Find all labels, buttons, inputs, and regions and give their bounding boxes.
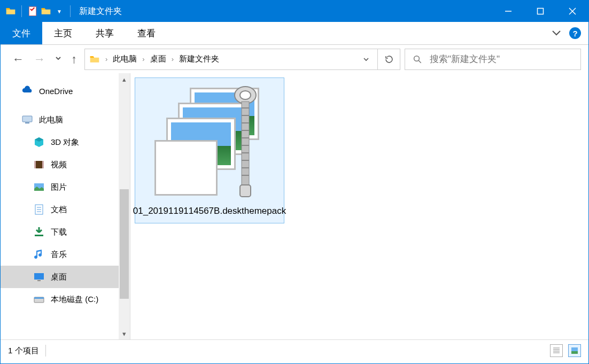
chevron-right-icon[interactable]: › <box>142 55 144 63</box>
tab-view[interactable]: 查看 <box>126 22 167 44</box>
sidebar-item-label: 此电脑 <box>39 115 63 125</box>
svg-point-23 <box>240 91 251 99</box>
sidebar-item-label: 本地磁盘 (C:) <box>51 295 98 305</box>
up-button[interactable]: ↑ <box>71 52 77 66</box>
close-button[interactable] <box>556 1 588 22</box>
details-view-button[interactable] <box>550 344 563 357</box>
status-text: 1 个项目 <box>8 346 39 356</box>
nav-buttons: ← → ↑ <box>8 52 80 66</box>
svg-rect-35 <box>240 185 251 197</box>
svg-rect-0 <box>29 7 36 16</box>
3d-icon <box>33 136 45 149</box>
pictures-icon <box>33 181 45 193</box>
sidebar-item-3d[interactable]: 3D 对象 <box>1 131 119 153</box>
minimize-button[interactable] <box>492 1 524 22</box>
address-bar[interactable]: › 此电脑 › 桌面 › 新建文件夹 <box>84 49 400 70</box>
tab-share[interactable]: 共享 <box>84 22 126 44</box>
sidebar-item-label: OneDrive <box>39 87 73 96</box>
file-tab[interactable]: 文件 <box>1 22 42 44</box>
search-box[interactable] <box>405 49 581 70</box>
sidebar-item-label: 3D 对象 <box>51 137 79 148</box>
chevron-right-icon[interactable]: › <box>172 55 174 63</box>
svg-rect-10 <box>34 161 36 168</box>
svg-line-6 <box>418 60 421 63</box>
file-name: 01_2019119114567B.deskthemepack <box>133 205 286 218</box>
file-list[interactable]: 01_2019119114567B.deskthemepack <box>130 73 588 339</box>
documents-icon <box>33 203 45 216</box>
refresh-button[interactable] <box>377 49 400 69</box>
music-icon <box>33 248 45 261</box>
scroll-down-icon[interactable]: ▾ <box>119 328 130 339</box>
pc-icon <box>21 113 34 126</box>
sidebar-item-video[interactable]: 视频 <box>1 153 119 176</box>
back-button[interactable]: ← <box>12 52 24 66</box>
sidebar-scrollbar[interactable]: ▴ ▾ <box>119 73 130 339</box>
file-item[interactable]: 01_2019119114567B.deskthemepack <box>135 78 284 223</box>
help-icon[interactable]: ? <box>569 27 581 39</box>
disk-icon <box>33 293 45 306</box>
window-title: 新建文件夹 <box>79 6 122 17</box>
downloads-icon <box>33 226 45 238</box>
status-bar: 1 个项目 <box>1 340 588 361</box>
divider <box>45 345 46 357</box>
themepack-icon <box>147 83 273 201</box>
address-dropdown-icon[interactable] <box>355 49 377 69</box>
svg-rect-41 <box>571 351 578 354</box>
sidebar-item-onedrive[interactable]: OneDrive <box>1 80 119 102</box>
svg-rect-24 <box>242 102 249 187</box>
sidebar-item-downloads[interactable]: 下载 <box>1 221 119 243</box>
svg-rect-11 <box>42 161 44 168</box>
forward-button[interactable]: → <box>34 52 45 66</box>
svg-rect-7 <box>22 116 32 122</box>
history-dropdown-icon[interactable] <box>55 55 61 63</box>
navigation-pane: OneDrive此电脑3D 对象视频图片文档下载音乐桌面本地磁盘 (C:) ▴ … <box>1 73 130 339</box>
sidebar-item-music[interactable]: 音乐 <box>1 243 119 266</box>
breadcrumb[interactable]: 桌面 <box>150 54 166 64</box>
sidebar-item-pictures[interactable]: 图片 <box>1 176 119 198</box>
scrollbar-thumb[interactable] <box>120 189 129 299</box>
search-input[interactable] <box>430 54 580 65</box>
sidebar-item-label: 下载 <box>51 227 67 237</box>
ribbon-expand-icon[interactable] <box>551 27 562 40</box>
sidebar-item-label: 文档 <box>51 205 67 215</box>
qat-dropdown-icon[interactable]: ▼ <box>53 5 65 17</box>
sidebar-item-pc[interactable]: 此电脑 <box>1 109 119 131</box>
sidebar-item-desktop[interactable]: 桌面 <box>1 266 119 288</box>
chevron-right-icon[interactable]: › <box>105 55 107 63</box>
onedrive-icon <box>21 84 34 97</box>
svg-point-5 <box>414 56 420 61</box>
content: OneDrive此电脑3D 对象视频图片文档下载音乐桌面本地磁盘 (C:) ▴ … <box>1 73 588 340</box>
window-controls <box>492 1 588 22</box>
breadcrumb[interactable]: 新建文件夹 <box>179 54 219 64</box>
sidebar-item-label: 桌面 <box>51 272 67 282</box>
maximize-button[interactable] <box>524 1 556 22</box>
divider <box>70 5 71 17</box>
video-icon <box>33 158 45 171</box>
search-icon <box>413 54 422 65</box>
navigation-toolbar: ← → ↑ › 此电脑 › 桌面 › 新建文件夹 <box>1 45 588 73</box>
breadcrumb[interactable]: 此电脑 <box>113 54 137 64</box>
sidebar-item-label: 音乐 <box>51 250 67 260</box>
tab-home[interactable]: 主页 <box>42 22 84 44</box>
svg-rect-21 <box>34 297 44 299</box>
sidebar-item-disk[interactable]: 本地磁盘 (C:) <box>1 288 119 311</box>
divider <box>21 5 22 17</box>
large-icons-view-button[interactable] <box>568 344 581 357</box>
quick-access-toolbar: ▼ <box>1 5 74 17</box>
sidebar-item-label: 图片 <box>51 182 67 192</box>
svg-rect-17 <box>35 235 43 236</box>
svg-rect-18 <box>34 273 44 280</box>
scroll-up-icon[interactable]: ▴ <box>119 73 130 85</box>
new-folder-icon[interactable] <box>40 5 52 17</box>
properties-icon[interactable] <box>27 5 38 17</box>
svg-rect-2 <box>538 9 544 14</box>
app-icon <box>5 5 17 17</box>
sidebar-item-documents[interactable]: 文档 <box>1 198 119 221</box>
scrollbar-track[interactable] <box>119 85 130 328</box>
svg-rect-19 <box>37 280 41 281</box>
titlebar: ▼ 新建文件夹 <box>1 1 588 22</box>
svg-rect-8 <box>25 122 29 123</box>
sidebar-item-label: 视频 <box>51 160 67 170</box>
desktop-icon <box>33 270 45 283</box>
ribbon: 文件 主页 共享 查看 ? <box>1 22 588 45</box>
